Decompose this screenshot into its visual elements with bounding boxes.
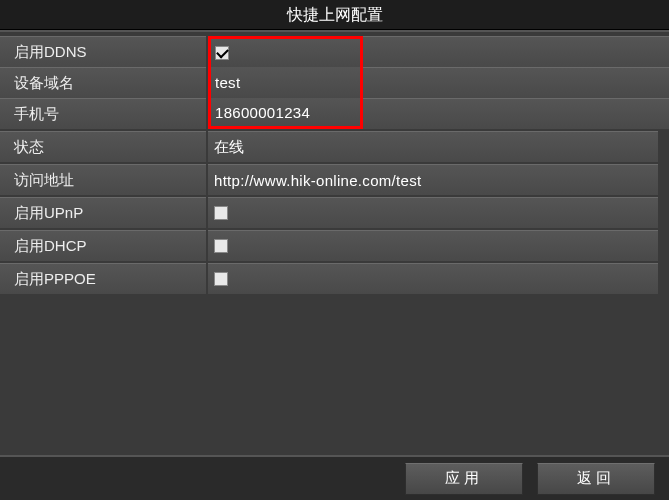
label-access-url: 访问地址: [0, 164, 206, 195]
value-enable-pppoe[interactable]: [208, 263, 658, 294]
input-phone[interactable]: 18600001234: [208, 98, 363, 129]
value-phone: 18600001234: [215, 104, 310, 121]
label-enable-upnp: 启用UPnP: [0, 197, 206, 228]
window-title: 快捷上网配置: [0, 0, 669, 30]
filler: [363, 98, 669, 129]
value-status: 在线: [214, 138, 245, 157]
label-enable-pppoe: 启用PPPOE: [0, 263, 206, 294]
value-enable-upnp[interactable]: [208, 197, 658, 228]
checkbox-enable-pppoe[interactable]: [214, 272, 228, 286]
value-access-url: http://www.hik-online.com/test: [214, 172, 421, 189]
label-phone: 手机号: [0, 98, 206, 129]
filler: [363, 36, 669, 67]
label-device-domain: 设备域名: [0, 67, 206, 98]
value-status-cell: 在线: [208, 131, 658, 162]
value-access-url-cell: http://www.hik-online.com/test: [208, 164, 658, 195]
footer: 应用 返回: [0, 455, 669, 500]
label-enable-dhcp: 启用DHCP: [0, 230, 206, 261]
label-enable-ddns: 启用DDNS: [0, 36, 206, 67]
value-enable-ddns[interactable]: [208, 36, 363, 67]
value-device-domain: test: [215, 74, 240, 91]
back-button[interactable]: 返回: [537, 463, 655, 495]
main-panel: 启用DDNS 设备域名 test 手机号 18600001234 状态 在线: [0, 30, 669, 455]
checkbox-enable-ddns[interactable]: [215, 46, 229, 60]
checkbox-enable-upnp[interactable]: [214, 206, 228, 220]
filler: [363, 67, 669, 98]
checkbox-enable-dhcp[interactable]: [214, 239, 228, 253]
value-enable-dhcp[interactable]: [208, 230, 658, 261]
input-device-domain[interactable]: test: [208, 67, 363, 98]
label-status: 状态: [0, 131, 206, 162]
apply-button[interactable]: 应用: [405, 463, 523, 495]
